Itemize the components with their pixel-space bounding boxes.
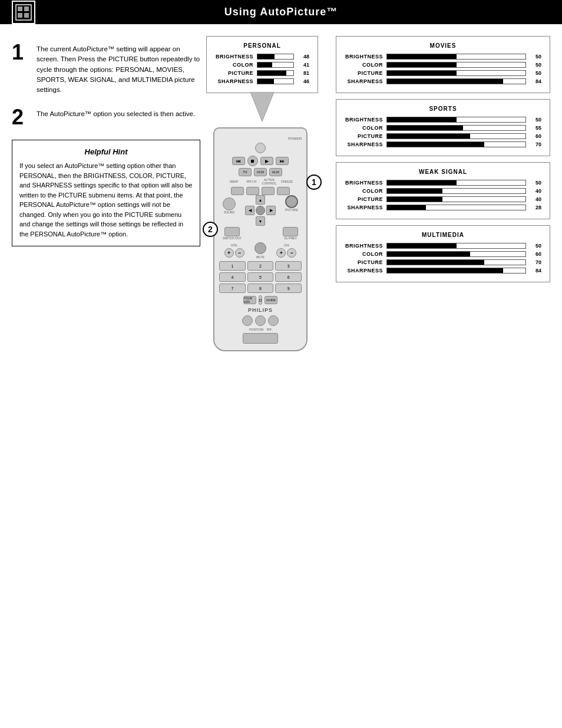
header-icon bbox=[12, 1, 35, 24]
setting-bar bbox=[386, 251, 526, 257]
extra-btn[interactable] bbox=[268, 315, 279, 326]
setting-value: 48 bbox=[297, 54, 309, 60]
setting-label: SHARPNESS bbox=[345, 268, 383, 274]
pip-btn[interactable] bbox=[255, 315, 266, 326]
setting-value: 50 bbox=[530, 243, 541, 249]
setting-row: BRIGHTNESS50 bbox=[345, 180, 541, 186]
btn-0[interactable]: 0 bbox=[259, 295, 262, 305]
switch-btn[interactable] bbox=[224, 227, 240, 236]
setting-value: 70 bbox=[530, 141, 541, 147]
setting-row: BRIGHTNESS50 bbox=[345, 117, 541, 123]
setting-row: COLOR40 bbox=[345, 188, 541, 194]
vol-down[interactable]: − bbox=[235, 248, 244, 258]
setting-label: COLOR bbox=[345, 251, 383, 257]
setting-row: BRIGHTNESS48 bbox=[215, 54, 309, 60]
freeze-btn[interactable] bbox=[277, 187, 290, 195]
btn-4[interactable]: 4 bbox=[219, 272, 246, 282]
setting-bar bbox=[386, 117, 526, 123]
sound-btn[interactable] bbox=[223, 197, 236, 210]
tv-btn[interactable]: TV bbox=[239, 168, 252, 176]
setting-value: 50 bbox=[530, 54, 541, 60]
setting-label: COLOR bbox=[345, 188, 383, 194]
step-1: 1 The current AutoPicture™ setting will … bbox=[12, 42, 200, 95]
movies-panel: MOVIES BRIGHTNESS50COLOR50PICTURE50SHARP… bbox=[336, 36, 550, 93]
nav-down[interactable]: ▼ bbox=[256, 216, 265, 226]
swap-btn[interactable] bbox=[231, 187, 244, 195]
picture-btn[interactable] bbox=[285, 195, 298, 208]
setting-label: COLOR bbox=[345, 125, 383, 131]
setting-value: 28 bbox=[530, 205, 541, 210]
setting-label: BRIGHTNESS bbox=[345, 180, 383, 186]
power-button[interactable] bbox=[255, 143, 266, 153]
setting-bar bbox=[257, 70, 294, 76]
step-1-content: The current AutoPicture™ setting will ap… bbox=[37, 45, 200, 93]
position-btn[interactable] bbox=[242, 315, 253, 326]
aux-btn[interactable]: AUX bbox=[269, 168, 282, 176]
svg-marker-5 bbox=[250, 92, 274, 121]
btn-2[interactable]: 2 bbox=[247, 261, 274, 271]
btn-3[interactable]: 3 bbox=[275, 261, 302, 271]
setting-label: BRIGHTNESS bbox=[215, 54, 253, 60]
play-btn[interactable]: ▶ bbox=[260, 157, 273, 165]
setting-row: BRIGHTNESS50 bbox=[345, 243, 541, 249]
setting-value: 41 bbox=[297, 62, 309, 68]
nav-up[interactable]: ▲ bbox=[256, 195, 265, 205]
ol-prev-btn[interactable] bbox=[283, 227, 298, 236]
vol-up[interactable]: + bbox=[224, 248, 234, 258]
pip-ch-btn[interactable] bbox=[246, 187, 259, 195]
setting-row: COLOR60 bbox=[345, 251, 541, 257]
vcr-btn[interactable]: VCR bbox=[254, 168, 267, 176]
setting-bar bbox=[386, 180, 526, 186]
btn-1[interactable]: 1 bbox=[219, 261, 246, 271]
setting-row: PICTURE70 bbox=[345, 259, 541, 265]
setting-label: PICTURE bbox=[345, 70, 383, 76]
nav-left[interactable]: ◀ bbox=[245, 206, 254, 215]
active-control-btn[interactable] bbox=[262, 187, 275, 195]
setting-bar bbox=[386, 188, 526, 194]
main-content: 1 The current AutoPicture™ setting will … bbox=[0, 24, 562, 294]
sports-panel: SPORTS BRIGHTNESS50COLOR55PICTURE60SHARP… bbox=[336, 99, 550, 156]
setting-bar bbox=[386, 62, 526, 68]
setting-value: 81 bbox=[297, 70, 309, 76]
hint-title: Helpful Hint bbox=[19, 147, 193, 156]
btn-9[interactable]: 9 bbox=[275, 284, 302, 293]
setting-label: SHARPNESS bbox=[345, 78, 383, 84]
setting-label: SHARPNESS bbox=[345, 205, 383, 210]
setting-row: SHARPNESS84 bbox=[345, 268, 541, 274]
btn-7[interactable]: 7 bbox=[219, 284, 246, 293]
setting-bar bbox=[386, 141, 526, 147]
vol-ch-row: VOL + − MUTE CH + − bbox=[219, 242, 302, 259]
setting-value: 70 bbox=[530, 259, 541, 265]
setting-bar bbox=[386, 196, 526, 202]
guide-btn[interactable]: GUIDE bbox=[265, 296, 277, 304]
setting-value: 50 bbox=[530, 62, 541, 68]
weak-signal-panel: WEAK SIGNAL BRIGHTNESS50COLOR40PICTURE40… bbox=[336, 162, 550, 219]
btn-8[interactable]: 8 bbox=[247, 284, 274, 293]
setting-bar bbox=[386, 54, 526, 60]
nav-center[interactable] bbox=[256, 206, 265, 215]
mute-btn[interactable] bbox=[254, 242, 266, 254]
step-2-number: 2 bbox=[12, 107, 29, 128]
step-2: 2 The AutoPicture™ option you selected i… bbox=[12, 107, 200, 128]
setting-row: SHARPNESS70 bbox=[345, 141, 541, 147]
ch-up[interactable]: + bbox=[276, 248, 286, 258]
bottom-row bbox=[219, 315, 302, 326]
btn-6[interactable]: 6 bbox=[275, 272, 302, 282]
ch-down[interactable]: − bbox=[287, 248, 296, 258]
step-2-indicator: 2 bbox=[203, 222, 218, 237]
sports-panel-title: SPORTS bbox=[345, 106, 541, 112]
tour-btn[interactable]: TOUR ADV bbox=[243, 296, 256, 304]
step-2-text: The AutoPicture™ option you selected is … bbox=[37, 107, 195, 128]
setting-value: 84 bbox=[530, 268, 541, 274]
ff-btn[interactable]: ⏭ bbox=[276, 157, 289, 165]
page-title: Using AutoPicture™ bbox=[224, 6, 338, 18]
nav-right[interactable]: ▶ bbox=[266, 206, 276, 215]
btn-5[interactable]: 5 bbox=[247, 272, 274, 282]
setting-row: COLOR55 bbox=[345, 125, 541, 131]
svg-rect-3 bbox=[24, 6, 29, 11]
setting-bar bbox=[257, 54, 294, 60]
rewind-btn[interactable]: ⏮ bbox=[232, 157, 245, 165]
remote-brand: PHILIPS bbox=[219, 307, 302, 313]
stop-btn[interactable]: ⏹ bbox=[247, 156, 258, 166]
setting-row: PICTURE60 bbox=[345, 133, 541, 139]
